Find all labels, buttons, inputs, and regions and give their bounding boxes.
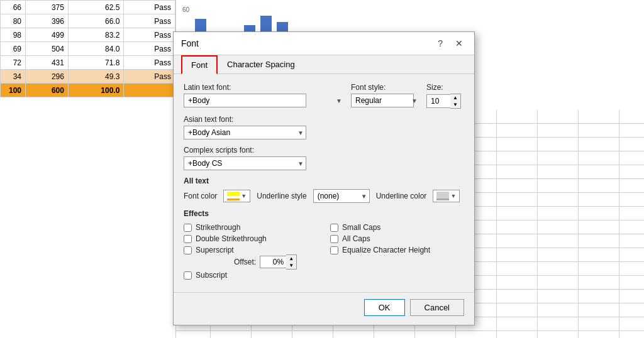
spreadsheet-cell[interactable]: 84.0 bbox=[68, 42, 123, 56]
ok-button[interactable]: OK bbox=[364, 299, 405, 316]
spreadsheet-table: 6637562.5Pass8039666.0Pass9849983.2Pass6… bbox=[0, 0, 175, 97]
dialog-footer: OK Cancel bbox=[174, 292, 474, 325]
spreadsheet-cell[interactable]: 71.8 bbox=[68, 56, 123, 70]
font-size-label: Size: bbox=[426, 83, 464, 92]
offset-input[interactable] bbox=[260, 256, 286, 268]
font-color-button[interactable]: ▼ bbox=[223, 190, 250, 202]
latin-font-select[interactable]: +Body bbox=[184, 94, 306, 107]
spreadsheet-cell[interactable]: 431 bbox=[26, 56, 69, 70]
double-strikethrough-checkbox[interactable] bbox=[184, 235, 192, 243]
spreadsheet-cell[interactable]: Pass bbox=[124, 42, 175, 56]
tab-character-spacing[interactable]: Character Spacing bbox=[218, 55, 304, 74]
dialog-title: Font bbox=[181, 38, 199, 48]
spreadsheet-cell[interactable] bbox=[124, 84, 175, 97]
effects-left-col: Strikethrough Double Strikethrough Super… bbox=[184, 222, 318, 281]
double-strikethrough-row: Double Strikethrough bbox=[184, 233, 318, 244]
dialog-content: Latin text font: +Body ▼ Font style: Reg… bbox=[174, 74, 474, 290]
asian-font-section: Asian text font: +Body Asian ▼ bbox=[184, 115, 464, 139]
underline-color-swatch bbox=[436, 192, 449, 200]
complex-font-select-wrapper: +Body CS ▼ bbox=[184, 156, 306, 170]
font-style-label: Font style: bbox=[351, 83, 420, 92]
asian-font-select[interactable]: +Body Asian bbox=[184, 126, 306, 139]
dialog-titlebar: Font ? ✕ bbox=[174, 32, 474, 55]
spreadsheet-cell[interactable]: 504 bbox=[26, 42, 69, 56]
font-style-select-wrapper: Regular ▼ bbox=[351, 94, 420, 107]
spreadsheet-cell[interactable]: 69 bbox=[1, 42, 26, 56]
subscript-label: Subscript bbox=[196, 271, 227, 280]
font-style-select[interactable]: Regular bbox=[351, 94, 414, 107]
font-size-up-button[interactable]: ▲ bbox=[450, 94, 460, 101]
subscript-row: Subscript bbox=[184, 270, 318, 281]
small-caps-checkbox[interactable] bbox=[330, 224, 338, 232]
complex-font-select[interactable]: +Body CS bbox=[184, 156, 306, 170]
spreadsheet-cell[interactable]: 100.0 bbox=[68, 84, 123, 97]
spreadsheet-cell[interactable]: Pass bbox=[124, 14, 175, 28]
asian-font-label: Asian text font: bbox=[184, 115, 464, 124]
underline-color-arrow-icon: ▼ bbox=[450, 193, 456, 199]
complex-font-label: Complex scripts font: bbox=[184, 146, 464, 155]
underline-color-button[interactable]: ▼ bbox=[433, 190, 460, 202]
font-size-spinner-buttons: ▲ ▼ bbox=[450, 94, 461, 109]
offset-spinner: ▲ ▼ bbox=[260, 254, 297, 270]
spreadsheet-cell[interactable]: 80 bbox=[1, 14, 26, 28]
all-text-row: Font color ▼ Underline style (none) ▼ Un… bbox=[184, 189, 464, 203]
spreadsheet-cell[interactable]: 375 bbox=[26, 1, 69, 14]
small-caps-row: Small Caps bbox=[330, 222, 464, 233]
equalize-checkbox[interactable] bbox=[330, 246, 338, 254]
spreadsheet-cell[interactable]: 296 bbox=[26, 70, 69, 84]
spreadsheet-cell[interactable]: 66 bbox=[1, 1, 26, 14]
underline-color-label: Underline color bbox=[376, 192, 427, 200]
double-strikethrough-label: Double Strikethrough bbox=[196, 234, 267, 243]
spreadsheet-cell[interactable]: 98 bbox=[1, 28, 26, 42]
all-caps-label: All Caps bbox=[342, 234, 370, 243]
spreadsheet-cell[interactable]: 600 bbox=[26, 84, 69, 97]
font-size-spinner: ▲ ▼ bbox=[426, 94, 464, 109]
strikethrough-row: Strikethrough bbox=[184, 222, 318, 233]
y-label-60: 60 bbox=[182, 6, 189, 13]
complex-font-section: Complex scripts font: +Body CS ▼ bbox=[184, 146, 464, 170]
offset-down-button[interactable]: ▼ bbox=[286, 262, 296, 269]
underline-style-select-wrapper: (none) ▼ bbox=[313, 189, 370, 203]
spreadsheet-cell[interactable]: 66.0 bbox=[68, 14, 123, 28]
superscript-checkbox[interactable] bbox=[184, 246, 192, 254]
spreadsheet-cell[interactable]: 396 bbox=[26, 14, 69, 28]
strikethrough-checkbox[interactable] bbox=[184, 224, 192, 232]
font-color-swatch bbox=[227, 192, 240, 200]
offset-up-button[interactable]: ▲ bbox=[286, 255, 296, 262]
font-color-arrow-icon: ▼ bbox=[241, 193, 247, 199]
superscript-label: Superscript bbox=[196, 246, 234, 254]
dialog-controls: ? ✕ bbox=[434, 37, 467, 50]
spreadsheet-cell[interactable]: 34 bbox=[1, 70, 26, 84]
equalize-row: Equalize Character Height bbox=[330, 244, 464, 256]
spreadsheet-cell[interactable]: Pass bbox=[124, 28, 175, 42]
spreadsheet-cell[interactable]: 83.2 bbox=[68, 28, 123, 42]
spreadsheet-cell[interactable]: 499 bbox=[26, 28, 69, 42]
all-caps-checkbox[interactable] bbox=[330, 235, 338, 243]
tab-font[interactable]: Font bbox=[181, 55, 218, 74]
subscript-checkbox[interactable] bbox=[184, 271, 192, 280]
spreadsheet-cell[interactable]: Pass bbox=[124, 56, 175, 70]
font-size-down-button[interactable]: ▼ bbox=[450, 101, 460, 108]
offset-spinner-buttons: ▲ ▼ bbox=[286, 254, 297, 270]
font-size-input[interactable] bbox=[426, 94, 450, 108]
spreadsheet-cell[interactable]: Pass bbox=[124, 1, 175, 14]
spreadsheet-cell[interactable]: 62.5 bbox=[68, 1, 123, 14]
font-main-row: Latin text font: +Body ▼ Font style: Reg… bbox=[184, 83, 464, 109]
spreadsheet-cell[interactable]: 72 bbox=[1, 56, 26, 70]
effects-area: Strikethrough Double Strikethrough Super… bbox=[184, 222, 464, 281]
latin-font-arrow-icon: ▼ bbox=[336, 97, 342, 104]
underline-style-select[interactable]: (none) bbox=[313, 189, 370, 203]
spreadsheet-cell[interactable]: 49.3 bbox=[68, 70, 123, 84]
effects-right-col: Small Caps All Caps Equalize Character H… bbox=[330, 222, 464, 281]
dialog-close-button[interactable]: ✕ bbox=[452, 37, 467, 50]
effects-heading: Effects bbox=[184, 209, 464, 218]
spreadsheet-cell[interactable]: 100 bbox=[1, 84, 26, 97]
all-text-heading: All text bbox=[184, 177, 464, 185]
latin-font-select-wrapper: +Body ▼ bbox=[184, 94, 345, 107]
cancel-button[interactable]: Cancel bbox=[410, 299, 464, 316]
dialog-tabs: Font Character Spacing bbox=[174, 55, 474, 74]
underline-style-label: Underline style bbox=[257, 192, 306, 200]
spreadsheet-cell[interactable]: Pass bbox=[124, 70, 175, 84]
asian-font-select-wrapper: +Body Asian ▼ bbox=[184, 126, 306, 139]
dialog-help-button[interactable]: ? bbox=[434, 37, 447, 50]
